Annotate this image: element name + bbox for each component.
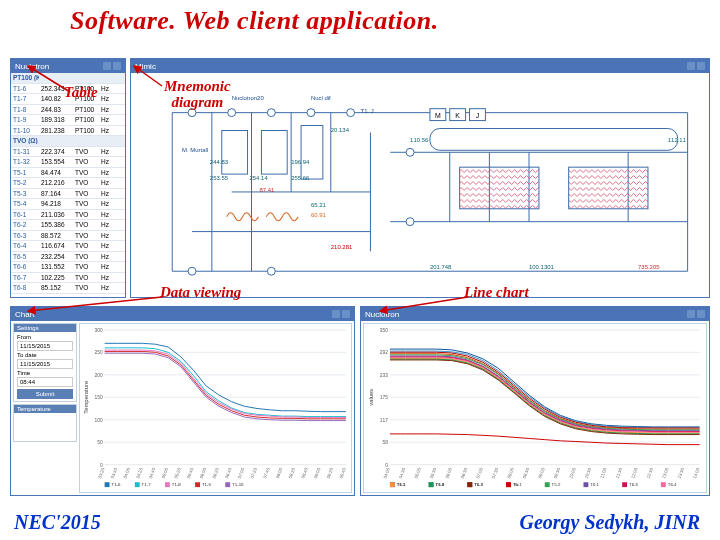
svg-point-14 — [406, 218, 414, 226]
svg-rect-143 — [506, 482, 511, 487]
svg-text:253.55: 253.55 — [210, 175, 229, 181]
table-row[interactable]: T1-8244.83PT100Hz — [11, 105, 125, 116]
table-row[interactable]: T6-6131.552TVOHz — [11, 262, 125, 273]
svg-text:04:20: 04:20 — [135, 467, 144, 480]
settings-column: Settings From 11/15/2015 To date 11/15/2… — [13, 323, 77, 493]
chart-linechart[interactable]: 058117175233292350values04:0004:3005:000… — [363, 323, 707, 493]
svg-text:60.91: 60.91 — [311, 212, 327, 218]
svg-text:T6.3: T6.3 — [629, 482, 638, 487]
table-row[interactable]: T5-387.164TVOHz — [11, 189, 125, 200]
svg-rect-77 — [135, 482, 140, 487]
gear-icon[interactable] — [687, 62, 695, 70]
svg-rect-0 — [222, 130, 248, 174]
svg-rect-79 — [165, 482, 170, 487]
svg-text:06:40: 06:40 — [224, 467, 233, 480]
to-date-input[interactable]: 11/15/2015 — [17, 359, 73, 369]
svg-text:T1. J: T1. J — [361, 108, 374, 114]
table-row[interactable]: T1-31222.374TVOHz — [11, 147, 125, 158]
svg-text:196.94: 196.94 — [291, 159, 310, 165]
svg-text:233: 233 — [380, 373, 388, 378]
svg-text:12:00: 12:00 — [630, 467, 639, 480]
svg-text:08:00: 08:00 — [506, 467, 515, 480]
from-date-input[interactable]: 11/15/2015 — [17, 341, 73, 351]
svg-rect-3 — [430, 129, 678, 151]
svg-text:100.1301: 100.1301 — [529, 264, 554, 270]
svg-text:0: 0 — [100, 463, 103, 468]
svg-text:11:30: 11:30 — [615, 467, 624, 480]
settings-header: Settings — [17, 325, 39, 331]
annot-table: Table — [64, 85, 98, 101]
svg-text:292: 292 — [380, 350, 388, 355]
svg-text:09:00: 09:00 — [313, 467, 322, 480]
chart-dataviewing[interactable]: 050100150200250300Temperature03:2003:400… — [79, 323, 352, 493]
svg-rect-4 — [460, 167, 539, 209]
table-row[interactable]: T6-388.572TVOHz — [11, 231, 125, 242]
svg-text:13:00: 13:00 — [661, 467, 670, 480]
panel-header[interactable]: Nuclotron — [361, 307, 709, 321]
svg-text:M. Murtall: M. Murtall — [182, 147, 208, 153]
panel-title: Nuclotron — [365, 310, 399, 319]
svg-text:09:00: 09:00 — [537, 467, 546, 480]
gear-icon[interactable] — [332, 310, 340, 318]
time-input[interactable]: 08:44 — [17, 377, 73, 387]
svg-text:T1-6: T1-6 — [111, 482, 121, 487]
svg-text:254.14: 254.14 — [250, 175, 269, 181]
svg-text:13:30: 13:30 — [677, 467, 686, 480]
table-row[interactable]: T6-5232.254TVOHz — [11, 252, 125, 263]
svg-rect-1 — [261, 130, 287, 174]
gear-icon[interactable] — [687, 310, 695, 318]
svg-rect-83 — [225, 482, 230, 487]
front-link[interactable]: Front — [11, 294, 125, 299]
table-row[interactable]: T5-494.218TVOHz — [11, 199, 125, 210]
close-icon[interactable] — [697, 62, 705, 70]
close-icon[interactable] — [113, 62, 121, 70]
gear-icon[interactable] — [103, 62, 111, 70]
svg-text:T6.1: T6.1 — [590, 482, 599, 487]
close-icon[interactable] — [697, 310, 705, 318]
table-section: TVO (Ω) — [11, 136, 125, 147]
panel-header[interactable]: Chart — [11, 307, 354, 321]
svg-rect-5 — [569, 167, 648, 209]
close-icon[interactable] — [342, 310, 350, 318]
svg-text:Tw: Tw — [513, 482, 519, 487]
table-row[interactable]: T1-10281.238PT100Hz — [11, 126, 125, 137]
svg-text:06:20: 06:20 — [211, 467, 220, 480]
svg-text:06:00: 06:00 — [444, 467, 453, 480]
panel-area: Nuclotron PT100 (K) T1-6252.343PT100HzT1… — [10, 58, 710, 498]
footer-right: Georgy Sedykh, JINR — [519, 511, 700, 534]
panel-title: Chart — [15, 310, 35, 319]
svg-rect-75 — [105, 482, 110, 487]
table-row[interactable]: T5-184.474TVOHz — [11, 168, 125, 179]
svg-text:07:20: 07:20 — [250, 467, 259, 480]
submit-button[interactable]: Submit — [17, 389, 73, 399]
svg-rect-137 — [390, 482, 395, 487]
svg-text:T6.4: T6.4 — [668, 482, 677, 487]
label: From — [17, 334, 31, 340]
panel-header[interactable]: Mimic — [131, 59, 709, 73]
table-row[interactable]: T5-2212.216TVOHz — [11, 178, 125, 189]
table-row[interactable]: T1-32153.554TVOHz — [11, 157, 125, 168]
svg-text:08:20: 08:20 — [288, 467, 297, 480]
svg-text:05:20: 05:20 — [173, 467, 182, 480]
panel-header[interactable]: Nuclotron — [11, 59, 125, 73]
table-row[interactable]: T6-4116.674TVOHz — [11, 241, 125, 252]
svg-text:244.83: 244.83 — [210, 159, 229, 165]
svg-text:M: M — [435, 112, 441, 119]
table-row[interactable]: T6-7102.225TVOHz — [11, 273, 125, 284]
table-row[interactable]: T6-2155.386TVOHz — [11, 220, 125, 231]
svg-text:T1-7: T1-7 — [142, 482, 152, 487]
svg-text:04:00: 04:00 — [382, 467, 391, 480]
svg-text:20.134: 20.134 — [331, 127, 350, 133]
table-row[interactable]: T1-9189.318PT100Hz — [11, 115, 125, 126]
table-row[interactable]: T6-885.152TVOHz — [11, 283, 125, 294]
svg-text:12:30: 12:30 — [646, 467, 655, 480]
svg-text:05:00: 05:00 — [413, 467, 422, 480]
svg-text:values: values — [368, 389, 374, 406]
svg-text:06:00: 06:00 — [199, 467, 208, 480]
svg-text:10:00: 10:00 — [568, 467, 577, 480]
svg-text:Temperature: Temperature — [83, 381, 89, 414]
svg-point-11 — [188, 267, 196, 275]
panel-title: Nuclotron — [15, 62, 49, 71]
svg-text:11:00: 11:00 — [599, 467, 608, 480]
table-row[interactable]: T6-1211.036TVOHz — [11, 210, 125, 221]
